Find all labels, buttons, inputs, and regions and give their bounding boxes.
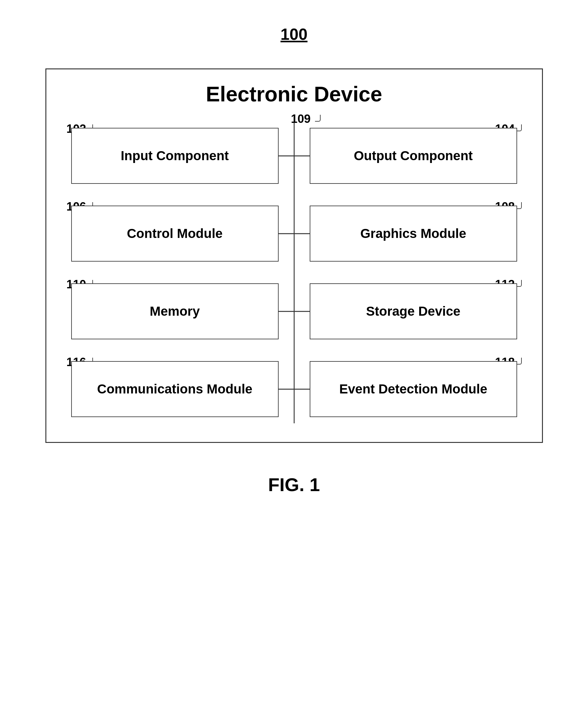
outer-box: Electronic Device 109 (45, 68, 543, 443)
row-1: 109 102 Input Component (65, 122, 523, 190)
cell-output-component: 104 Output Component (294, 122, 523, 190)
control-module-box: Control Module (71, 206, 279, 262)
graphics-module-box: Graphics Module (310, 206, 517, 262)
input-component-label: Input Component (121, 148, 229, 164)
graphics-module-label: Graphics Module (360, 226, 466, 241)
communications-module-box: Communications Module (71, 361, 279, 417)
h-line-row2 (279, 233, 310, 234)
cell-graphics-module: 108 Graphics Module (294, 199, 523, 268)
output-component-label: Output Component (354, 148, 473, 164)
control-module-label: Control Module (127, 226, 223, 241)
outer-box-title: Electronic Device (65, 82, 523, 106)
rows-wrapper: 109 102 Input Component (65, 122, 523, 423)
event-detection-module-label: Event Detection Module (339, 381, 487, 397)
input-component-box: Input Component (71, 128, 279, 184)
cell-control-module: 106 Control Module (65, 199, 294, 268)
output-component-box: Output Component (310, 128, 517, 184)
event-detection-module-box: Event Detection Module (310, 361, 517, 417)
memory-label: Memory (150, 304, 200, 319)
cell-memory: 110 Memory (65, 277, 294, 346)
diagram-layout: 109 102 Input Component (65, 122, 523, 423)
h-line-row1 (279, 156, 310, 157)
page-container: 100 Electronic Device 109 (0, 0, 588, 725)
cell-event-detection-module: 118 Event Detection Module (294, 355, 523, 423)
storage-device-box: Storage Device (310, 283, 517, 339)
h-line-row3 (279, 311, 310, 312)
h-line-row4 (279, 389, 310, 390)
communications-module-label: Communications Module (97, 381, 252, 397)
figure-id-top: 100 (280, 25, 308, 44)
storage-device-label: Storage Device (366, 304, 460, 319)
cell-communications-module: 116 Communications Module (65, 355, 294, 423)
cell-input-component: 102 Input Component (65, 122, 294, 190)
row-3: 110 Memory 112 Storage Devi (65, 277, 523, 346)
cell-storage-device: 112 Storage Device (294, 277, 523, 346)
row-2: 106 Control Module 108 Grap (65, 199, 523, 268)
figure-label: FIG. 1 (268, 474, 320, 495)
ref-109-label: 109 (291, 112, 321, 126)
row-4: 116 Communications Module 118 (65, 355, 523, 423)
memory-box: Memory (71, 283, 279, 339)
